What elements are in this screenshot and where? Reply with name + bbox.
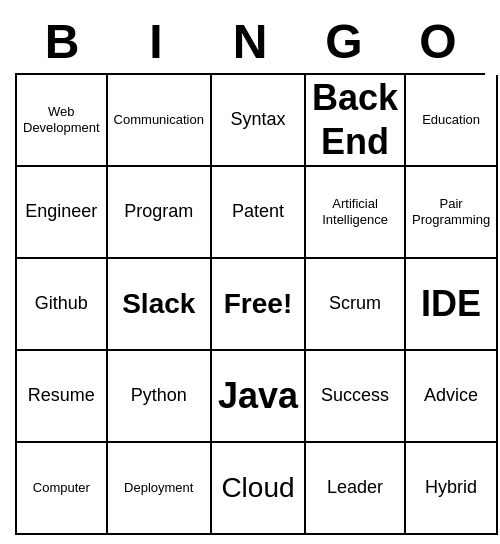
bingo-cell: Back End	[306, 75, 406, 167]
cell-label: Github	[35, 293, 88, 315]
header-letter: O	[391, 10, 485, 73]
bingo-card: BINGO Web DevelopmentCommunicationSyntax…	[15, 10, 485, 535]
cell-label: Hybrid	[425, 477, 477, 499]
cell-label: Deployment	[124, 480, 193, 496]
bingo-cell: Computer	[17, 443, 108, 535]
cell-label: Pair Programming	[412, 196, 490, 227]
cell-label: Resume	[28, 385, 95, 407]
bingo-header: BINGO	[15, 10, 485, 73]
bingo-cell: Java	[212, 351, 306, 443]
header-letter: N	[203, 10, 297, 73]
bingo-cell: Web Development	[17, 75, 108, 167]
header-letter: I	[109, 10, 203, 73]
bingo-cell: Leader	[306, 443, 406, 535]
cell-label: Cloud	[221, 471, 294, 505]
bingo-cell: Patent	[212, 167, 306, 259]
cell-label: IDE	[421, 282, 481, 325]
bingo-cell: Communication	[108, 75, 212, 167]
bingo-cell: Hybrid	[406, 443, 498, 535]
cell-label: Python	[131, 385, 187, 407]
cell-label: Communication	[114, 112, 204, 128]
cell-label: Program	[124, 201, 193, 223]
bingo-cell: Python	[108, 351, 212, 443]
cell-label: Artificial Intelligence	[312, 196, 398, 227]
cell-label: Slack	[122, 287, 195, 321]
bingo-cell: Free!	[212, 259, 306, 351]
bingo-cell: Syntax	[212, 75, 306, 167]
cell-label: Computer	[33, 480, 90, 496]
bingo-cell: Engineer	[17, 167, 108, 259]
bingo-cell: Education	[406, 75, 498, 167]
cell-label: Education	[422, 112, 480, 128]
bingo-cell: Advice	[406, 351, 498, 443]
bingo-cell: Resume	[17, 351, 108, 443]
cell-label: Advice	[424, 385, 478, 407]
cell-label: Patent	[232, 201, 284, 223]
cell-label: Free!	[224, 287, 292, 321]
bingo-cell: IDE	[406, 259, 498, 351]
bingo-cell: Scrum	[306, 259, 406, 351]
cell-label: Java	[218, 374, 298, 417]
cell-label: Web Development	[23, 104, 100, 135]
bingo-grid: Web DevelopmentCommunicationSyntaxBack E…	[15, 73, 485, 535]
bingo-cell: Pair Programming	[406, 167, 498, 259]
bingo-cell: Program	[108, 167, 212, 259]
bingo-cell: Success	[306, 351, 406, 443]
bingo-cell: Slack	[108, 259, 212, 351]
header-letter: G	[297, 10, 391, 73]
bingo-cell: Github	[17, 259, 108, 351]
cell-label: Back End	[312, 76, 398, 162]
cell-label: Engineer	[25, 201, 97, 223]
bingo-cell: Artificial Intelligence	[306, 167, 406, 259]
cell-label: Syntax	[230, 109, 285, 131]
bingo-cell: Cloud	[212, 443, 306, 535]
cell-label: Success	[321, 385, 389, 407]
bingo-cell: Deployment	[108, 443, 212, 535]
cell-label: Leader	[327, 477, 383, 499]
cell-label: Scrum	[329, 293, 381, 315]
header-letter: B	[15, 10, 109, 73]
